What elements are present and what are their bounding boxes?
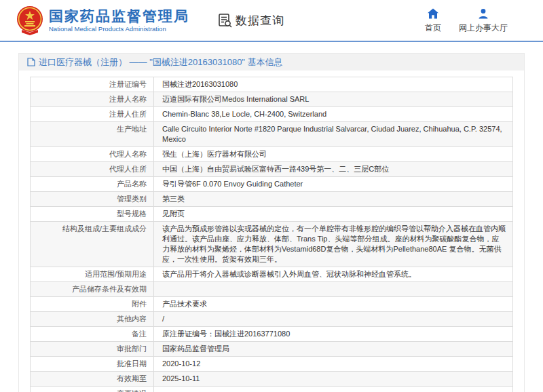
table-row: 其他内容/ [31, 312, 512, 327]
card-titlebar: 进口医疗器械（注册） —— "国械注进20163031080" 基本信息 [19, 54, 524, 71]
brand-subtitle: National Medical Products Administration [49, 25, 189, 33]
table-row: 管理类别第三类 [31, 192, 512, 207]
row-label: 附件 [31, 297, 154, 311]
document-icon [27, 58, 35, 66]
data-query-icon [218, 13, 233, 28]
table-row: 型号规格见附页 [31, 207, 512, 222]
table-row: 代理人住所中国（上海）自由贸易试验区富特西一路439号第一、二、三层C部位 [31, 162, 512, 177]
row-value: 迈道国际有限公司Medos International SARL [154, 92, 512, 106]
row-label: 生产地址 [31, 122, 154, 146]
row-label: 产品储存条件及有效期 [31, 282, 154, 296]
table-row: 注册人住所Chemin-Blanc 38,Le Locle, CH-2400, … [31, 107, 512, 122]
row-label: 代理人名称 [31, 147, 154, 161]
row-label: 其他内容 [31, 312, 154, 326]
table-row: 结构及组成/主要组成成分该产品为预成形管路以实现器械的定位，有一个单腔带有非锥形… [31, 222, 512, 267]
row-label: 型号规格 [31, 207, 154, 221]
row-value: 国械注进20163031080 [154, 77, 512, 92]
row-label: 注册人名称 [31, 92, 154, 106]
row-value: 导引导管6F 0.070 Envoy Guiding Catheter [154, 177, 512, 191]
row-value: 强生（上海）医疗器材有限公司 [154, 147, 512, 161]
row-value: 国家药品监督管理局 [154, 342, 512, 356]
row-value: 见附页 [154, 207, 512, 221]
row-value: Chemin-Blanc 38,Le Locle, CH-2400, Switz… [154, 107, 512, 121]
row-label: 代理人住所 [31, 162, 154, 176]
row-value: 产品技术要求 [154, 297, 512, 311]
brand-title: 国家药品监督管理局 [49, 8, 189, 24]
nav-item-home[interactable]: 首页 [425, 7, 441, 34]
table-wrap: 注册证编号国械注进20163031080注册人名称迈道国际有限公司Medos I… [19, 71, 524, 392]
row-label: 注册人住所 [31, 107, 154, 121]
table-row: 备注原注册证编号：国械注进20163771080 [31, 327, 512, 342]
row-value: 原注册证编号：国械注进20163771080 [154, 327, 512, 341]
table-row: 代理人名称强生（上海）医疗器材有限公司 [31, 147, 512, 162]
table-row: 审批部门国家药品监督管理局 [31, 342, 512, 357]
row-value: 2025-10-11 [154, 372, 512, 386]
row-value [154, 282, 512, 296]
row-value: / [154, 312, 512, 326]
table-row: 有效期至2025-10-11 [31, 372, 512, 387]
table-row: 附件产品技术要求 [31, 297, 512, 312]
detail-card: 进口医疗器械（注册） —— "国械注进20163031080" 基本信息 注册证… [18, 53, 525, 392]
row-value [154, 387, 512, 392]
row-value: 中国（上海）自由贸易试验区富特西一路439号第一、二、三层C部位 [154, 162, 512, 176]
row-label: 产品名称 [31, 177, 154, 191]
row-value: 该产品为预成形管路以实现器械的定位，有一个单腔带有非锥形腔的编织导管以帮助介入器… [154, 222, 512, 267]
row-value: 该产品用于将介入器械或诊断器械引入外周血管、冠状动脉和神经血管系统。 [154, 267, 512, 281]
table-row: 适用范围/预期用途该产品用于将介入器械或诊断器械引入外周血管、冠状动脉和神经血管… [31, 267, 512, 282]
table-row: 批准日期2020-10-12 [31, 357, 512, 372]
row-label: 变更情况 [31, 387, 154, 392]
nav-label-home: 首页 [425, 22, 441, 34]
nav-label-service-hall: 网上办事大厅 [459, 22, 508, 34]
home-icon [427, 7, 439, 20]
user-icon [477, 7, 489, 20]
nmpa-emblem-logo [16, 5, 43, 35]
info-table: 注册证编号国械注进20163031080注册人名称迈道国际有限公司Medos I… [30, 77, 513, 392]
row-label: 结构及组成/主要组成成分 [31, 222, 154, 267]
data-query-button[interactable]: 数据查询 [218, 13, 284, 28]
page-content: 进口医疗器械（注册） —— "国械注进20163031080" 基本信息 注册证… [0, 42, 543, 392]
data-query-label: 数据查询 [236, 13, 284, 28]
nav-item-service-hall[interactable]: 网上办事大厅 [459, 7, 508, 34]
row-value: 第三类 [154, 192, 512, 206]
row-value: Calle Circuito Interior Norte #1820 Parq… [154, 122, 512, 146]
table-row: 注册人名称迈道国际有限公司Medos International SARL [31, 92, 512, 107]
row-label: 适用范围/预期用途 [31, 267, 154, 281]
table-row: 生产地址Calle Circuito Interior Norte #1820 … [31, 122, 512, 147]
table-row: 产品名称导引导管6F 0.070 Envoy Guiding Catheter [31, 177, 512, 192]
row-label: 注册证编号 [31, 77, 154, 92]
table-row: 注册证编号国械注进20163031080 [31, 77, 512, 92]
table-row: 变更情况 [31, 387, 512, 392]
header-nav: 首页 网上办事大厅 [425, 7, 508, 34]
table-row: 产品储存条件及有效期 [31, 282, 512, 297]
brand-block: 国家药品监督管理局 National Medical Products Admi… [49, 8, 189, 33]
header: 国家药品监督管理局 National Medical Products Admi… [0, 0, 543, 42]
row-label: 备注 [31, 327, 154, 341]
row-value: 2020-10-12 [154, 357, 512, 371]
row-label: 有效期至 [31, 372, 154, 386]
page-title: 进口医疗器械（注册） —— "国械注进20163031080" 基本信息 [39, 56, 283, 68]
row-label: 管理类别 [31, 192, 154, 206]
row-label: 审批部门 [31, 342, 154, 356]
row-label: 批准日期 [31, 357, 154, 371]
